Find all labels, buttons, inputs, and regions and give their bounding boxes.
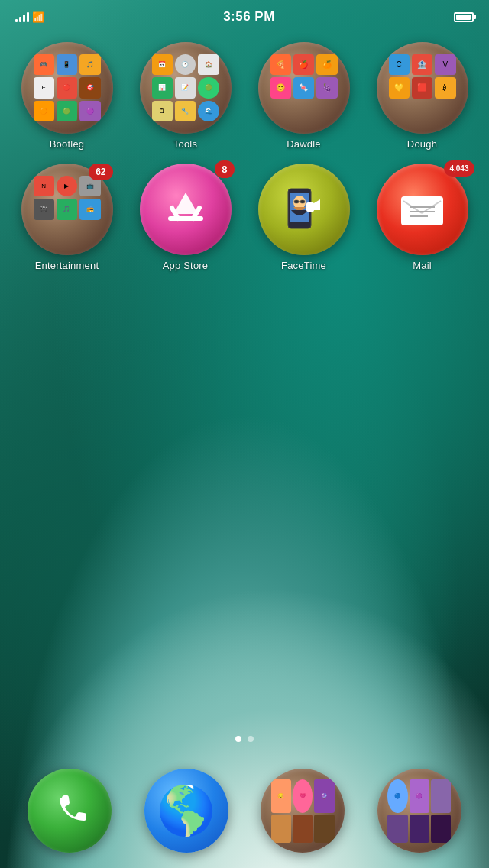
app-tools-label: Tools — [173, 138, 197, 150]
svg-rect-7 — [306, 202, 314, 212]
battery-fill — [456, 15, 471, 20]
status-right — [454, 12, 474, 22]
app-appstore-label: App Store — [163, 260, 209, 271]
mail-logo — [397, 189, 447, 231]
entertainment-folder-inner: N ▶ 📺 🎬 🎵 📻 — [26, 168, 108, 251]
app-grid: 🎮 📱 🎵 E 🔴 🎯 🟠 🟢 🟣 Bootleg 📅 🕐 — [11, 42, 478, 271]
dock-safari[interactable]: 🌎 — [144, 769, 228, 853]
dock-phone[interactable] — [28, 769, 112, 853]
app-dough-wrap: C 🏦 V 💛 🟥 ₿ — [377, 42, 468, 134]
entertainment-badge: 62 — [89, 164, 112, 180]
dock-folder-1-icon: 😊 💗 🔮 — [261, 769, 345, 853]
status-left: 📶 — [15, 11, 44, 23]
appstore-badge: 8 — [215, 160, 234, 178]
signal-bar-2 — [19, 17, 21, 22]
app-mail[interactable]: 4,043 Mail — [367, 164, 478, 271]
app-dough[interactable]: C 🏦 V 💛 🟥 ₿ Dough — [367, 42, 478, 150]
app-appstore[interactable]: 8 App Store — [130, 164, 241, 271]
tools-folder-inner: 📅 🕐 🏠 📊 📝 🟢 🗒 🔧 🌊 — [144, 47, 227, 129]
signal-bar-1 — [15, 19, 18, 22]
app-dawdle-icon: 🍕 🍎 🍊 😊 🍬 🍇 — [258, 42, 350, 134]
signal-bar-3 — [23, 15, 25, 22]
app-bootleg-wrap: 🎮 📱 🎵 E 🔴 🎯 🟠 🟢 🟣 — [21, 42, 113, 134]
app-bootleg-icon: 🎮 📱 🎵 E 🔴 🎯 🟠 🟢 🟣 — [21, 42, 113, 134]
page-dot-2 — [248, 736, 254, 742]
dock-folder-1[interactable]: 😊 💗 🔮 — [261, 769, 345, 853]
app-bootleg[interactable]: 🎮 📱 🎵 E 🔴 🎯 🟠 🟢 🟣 Bootleg — [11, 42, 122, 150]
bootleg-folder-inner: 🎮 📱 🎵 E 🔴 🎯 🟠 🟢 🟣 — [26, 47, 108, 129]
wifi-icon: 📶 — [32, 11, 44, 23]
mail-badge: 4,043 — [444, 160, 474, 177]
app-appstore-icon — [140, 164, 232, 255]
dawdle-folder-inner: 🍕 🍎 🍊 😊 🍬 🍇 — [263, 47, 345, 129]
app-facetime[interactable]: FaceTime — [248, 164, 359, 271]
app-entertainment[interactable]: 62 N ▶ 📺 🎬 🎵 📻 Entertainment — [11, 164, 122, 271]
app-mail-icon — [377, 164, 468, 255]
app-facetime-icon — [258, 164, 350, 255]
app-appstore-wrap: 8 — [140, 164, 232, 255]
app-entertainment-label: Entertainment — [35, 260, 99, 271]
dock-folder-2-icon: 🔵 🟣 — [377, 769, 461, 853]
svg-rect-4 — [300, 200, 305, 203]
app-dawdle-wrap: 🍕 🍎 🍊 😊 🍬 🍇 — [258, 42, 350, 134]
page-dot-1 — [235, 736, 241, 742]
signal-bar-4 — [27, 12, 29, 22]
phone-icon — [28, 769, 112, 853]
app-tools-wrap: 📅 🕐 🏠 📊 📝 🟢 🗒 🔧 🌊 — [140, 42, 232, 134]
app-entertainment-wrap: 62 N ▶ 📺 🎬 🎵 📻 — [21, 164, 113, 255]
facetime-logo — [277, 183, 331, 236]
dock: 🌎 😊 💗 🔮 🔵 🟣 — [11, 769, 478, 853]
dock-folder-2[interactable]: 🔵 🟣 — [377, 769, 461, 853]
app-dawdle-label: Dawdle — [287, 138, 321, 150]
battery-icon — [454, 12, 474, 22]
app-dough-icon: C 🏦 V 💛 🟥 ₿ — [377, 42, 468, 134]
signal-icon — [15, 11, 29, 22]
safari-icon: 🌎 — [144, 769, 228, 853]
app-dough-label: Dough — [407, 138, 437, 150]
app-tools-icon: 📅 🕐 🏠 📊 📝 🟢 🗒 🔧 🌊 — [140, 42, 232, 134]
svg-rect-3 — [294, 200, 299, 203]
phone-logo — [50, 792, 89, 830]
app-bootleg-label: Bootleg — [50, 138, 85, 150]
dough-folder-inner: C 🏦 V 💛 🟥 ₿ — [381, 47, 464, 129]
status-bar: 📶 3:56 PM — [0, 0, 489, 34]
app-tools[interactable]: 📅 🕐 🏠 📊 📝 🟢 🗒 🔧 🌊 Tools — [130, 42, 241, 150]
appstore-logo — [163, 186, 209, 232]
app-mail-wrap: 4,043 — [377, 164, 468, 255]
page-indicator — [0, 736, 489, 742]
app-facetime-label: FaceTime — [281, 260, 326, 271]
status-time: 3:56 PM — [223, 9, 275, 24]
app-facetime-wrap — [258, 164, 350, 255]
app-dawdle[interactable]: 🍕 🍎 🍊 😊 🍬 🍇 Dawdle — [248, 42, 359, 150]
app-mail-label: Mail — [413, 260, 432, 271]
